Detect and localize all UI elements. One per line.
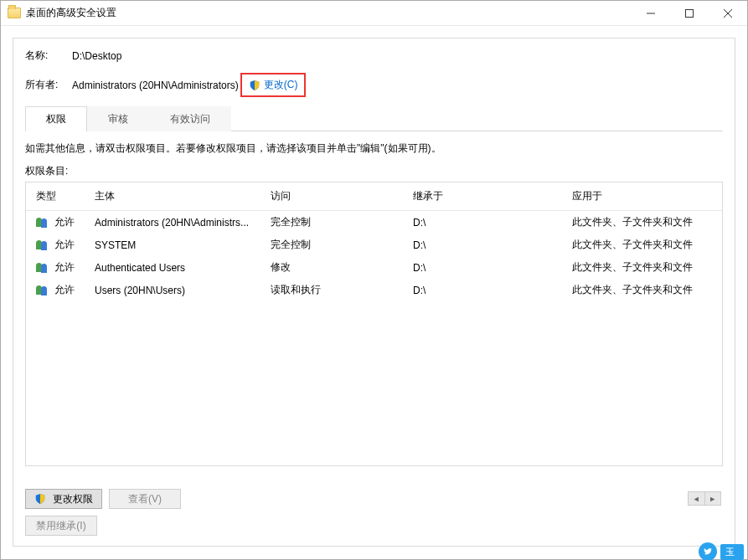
tab-bar: 权限 审核 有效访问 bbox=[25, 105, 723, 131]
permissions-section-label: 权限条目: bbox=[25, 164, 723, 178]
disable-inheritance-button: 禁用继承(I) bbox=[25, 516, 97, 536]
table-row[interactable]: 允许 SYSTEM 完全控制 D:\ 此文件夹、子文件夹和文件 bbox=[26, 234, 722, 256]
col-type[interactable]: 类型 bbox=[31, 186, 90, 207]
titlebar: 桌面的高级安全设置 bbox=[1, 1, 747, 26]
hint-text: 如需其他信息，请双击权限项目。若要修改权限项目，请选择该项目并单击"编辑"(如果… bbox=[25, 141, 723, 156]
list-header: 类型 主体 访问 继承于 应用于 bbox=[26, 182, 722, 211]
tab-audit[interactable]: 审核 bbox=[87, 106, 149, 131]
folder-icon bbox=[8, 8, 21, 18]
close-button[interactable] bbox=[709, 1, 747, 25]
group-icon bbox=[36, 263, 49, 273]
change-owner-highlight: 更改(C) bbox=[240, 73, 307, 97]
name-value: D:\Desktop bbox=[72, 50, 121, 62]
group-icon bbox=[36, 240, 49, 250]
group-icon bbox=[36, 218, 49, 228]
watermark: 玉 bbox=[699, 542, 744, 560]
tab-effective-access[interactable]: 有效访问 bbox=[149, 106, 231, 131]
security-dialog: 桌面的高级安全设置 名称: D:\Desktop 所有者: Administra… bbox=[0, 0, 748, 560]
window-title: 桌面的高级安全设置 bbox=[26, 6, 632, 20]
change-owner-link[interactable]: 更改(C) bbox=[264, 78, 298, 92]
owner-label: 所有者: bbox=[25, 78, 72, 92]
shield-icon bbox=[34, 493, 46, 505]
table-row[interactable]: 允许 Administrators (20HN\Administrs... 完全… bbox=[26, 211, 722, 234]
tab-permissions[interactable]: 权限 bbox=[25, 106, 87, 131]
table-row[interactable]: 允许 Users (20HN\Users) 读取和执行 D:\ 此文件夹、子文件… bbox=[26, 279, 722, 301]
maximize-button[interactable] bbox=[670, 1, 709, 25]
watermark-text: 玉 bbox=[720, 544, 744, 560]
window-controls bbox=[632, 1, 747, 25]
minimize-button[interactable] bbox=[632, 1, 670, 25]
col-principal[interactable]: 主体 bbox=[90, 186, 266, 207]
table-row[interactable]: 允许 Authenticated Users 修改 D:\ 此文件夹、子文件夹和… bbox=[26, 256, 722, 279]
view-button: 查看(V) bbox=[109, 489, 181, 509]
col-applies[interactable]: 应用于 bbox=[567, 186, 717, 207]
col-inherited[interactable]: 继承于 bbox=[408, 186, 567, 207]
main-panel: 名称: D:\Desktop 所有者: Administrators (20HN… bbox=[13, 38, 735, 547]
permissions-list[interactable]: 类型 主体 访问 继承于 应用于 允许 Administrators (20HN… bbox=[25, 182, 723, 466]
name-label: 名称: bbox=[25, 49, 72, 63]
owner-value: Administrators (20HN\Administrators) bbox=[72, 80, 239, 91]
scroll-left-icon[interactable]: ◄ bbox=[689, 492, 705, 505]
watermark-icon bbox=[699, 542, 717, 560]
group-icon bbox=[36, 285, 49, 295]
horizontal-scroll-stub[interactable]: ◄ ► bbox=[688, 491, 721, 506]
col-access[interactable]: 访问 bbox=[266, 186, 408, 207]
svg-rect-1 bbox=[686, 9, 694, 17]
edit-permissions-button[interactable]: 更改权限 bbox=[25, 489, 102, 509]
shield-icon bbox=[249, 80, 261, 91]
scroll-right-icon[interactable]: ► bbox=[705, 492, 721, 505]
